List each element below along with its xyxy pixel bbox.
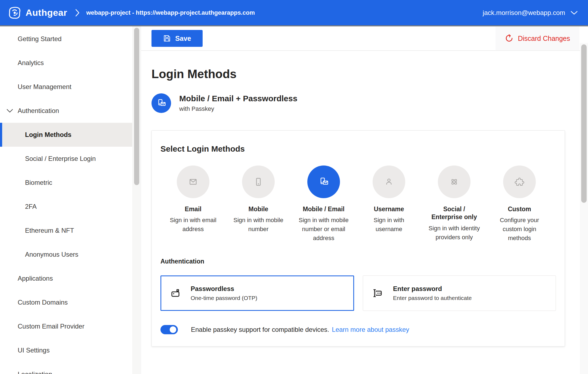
option-name: Email (185, 205, 201, 213)
passkey-setting-row: Enable passkey support for compatible de… (160, 325, 556, 334)
passkey-toggle[interactable] (160, 325, 178, 334)
passkey-toggle-label: Enable passkey support for compatible de… (191, 326, 329, 333)
sidebar-item-social-enterprise-login[interactable]: Social / Enterprise Login (0, 147, 132, 171)
sidebar-item-2fa[interactable]: 2FA (0, 195, 132, 219)
sidebar-item-authentication[interactable]: Authentication (0, 99, 132, 123)
main-scrollbar-track (580, 43, 588, 374)
command-bar: Save Discard Changes (141, 26, 580, 51)
save-button-label: Save (175, 35, 191, 42)
sidebar-item-label: Authentication (18, 107, 59, 115)
option-description: Sign in with username (363, 216, 415, 234)
sidebar-item-label: Anonymous Users (25, 251, 78, 258)
sidebar-item-label: Custom Email Provider (18, 323, 84, 330)
mobile-email-icon (151, 93, 171, 113)
account-email: jack.morrison@webapp.com (483, 9, 565, 17)
person-icon (373, 165, 405, 198)
sidebar-scrollbar-track (132, 26, 141, 374)
sidebar-item-localization[interactable]: Localization (0, 362, 132, 374)
breadcrumb[interactable]: webapp-project - https://webapp-project.… (86, 9, 255, 16)
login-methods-card: Select Login Methods Email Sign in with … (151, 130, 565, 347)
sidebar-item-label: 2FA (25, 203, 37, 210)
page-title: Login Methods (151, 67, 565, 81)
option-description: Sign in with identity providers only (428, 224, 480, 242)
login-method-options: Email Sign in with email address Mobile … (160, 165, 556, 243)
sidebar-item-getting-started[interactable]: Getting Started (0, 27, 132, 51)
sidebar-item-applications[interactable]: Applications (0, 266, 132, 290)
floppy-disk-icon (163, 34, 171, 42)
app-window: Authgear webapp-project - https://webapp… (0, 0, 588, 374)
sidebar-item-label: User Management (18, 83, 71, 91)
auth-option-passwordless[interactable]: Passwordless One-time password (OTP) (160, 275, 354, 311)
discard-button-label: Discard Changes (518, 35, 570, 42)
auth-option-enter-password[interactable]: Enter password Enter password to authent… (363, 275, 556, 311)
option-name: Username (374, 205, 404, 213)
sidebar-item-biometric[interactable]: Biometric (0, 171, 132, 195)
option-custom[interactable]: Custom Configure your custom login metho… (487, 165, 552, 243)
option-description: Configure your custom login methods (493, 216, 546, 243)
sidebar-item-label: Localization (18, 370, 52, 374)
top-header-bar: Authgear webapp-project - https://webapp… (0, 0, 588, 25)
brand-name: Authgear (26, 7, 67, 18)
sidebar-item-custom-email-provider[interactable]: Custom Email Provider (0, 314, 132, 338)
sidebar-item-custom-domains[interactable]: Custom Domains (0, 290, 132, 314)
brand-logo[interactable]: Authgear (8, 6, 67, 19)
auth-option-text: Enter password Enter password to authent… (393, 285, 472, 301)
main-area: Save Discard Changes Login Methods (141, 26, 588, 374)
email-icon (177, 165, 209, 198)
page-content: Login Methods Mobile / Email + Passwordl… (151, 51, 565, 347)
otp-mailbox-icon (170, 287, 182, 299)
chevron-down-icon (6, 108, 14, 113)
auth-option-description: One-time password (OTP) (191, 295, 257, 301)
current-method-text: Mobile / Email + Passwordless with Passk… (179, 94, 297, 112)
mobile-icon (242, 165, 275, 198)
option-name: Social / Enterprise only (431, 205, 478, 221)
option-description: Sign in with mobile number or email addr… (298, 216, 350, 243)
sidebar-item-anonymous-users[interactable]: Anonymous Users (0, 243, 132, 266)
select-login-methods-heading: Select Login Methods (160, 144, 556, 154)
option-mobile[interactable]: Mobile Sign in with mobile number (226, 165, 291, 243)
option-username[interactable]: Username Sign in with username (356, 165, 422, 243)
current-method-summary: Mobile / Email + Passwordless with Passk… (151, 93, 565, 113)
toggle-knob (170, 326, 176, 333)
main-scrollbar-thumb[interactable] (581, 44, 587, 203)
sidebar-item-label: UI Settings (18, 347, 49, 354)
sidebar-item-label: Social / Enterprise Login (25, 155, 96, 163)
passkey-learn-more-link[interactable]: Learn more about passkey (332, 326, 409, 333)
puzzle-icon (503, 165, 536, 198)
mobile-email-icon (307, 165, 340, 198)
sidebar-nav: Getting Started Analytics User Managemen… (0, 26, 132, 374)
sidebar-item-analytics[interactable]: Analytics (0, 51, 132, 75)
auth-option-description: Enter password to authenticate (393, 295, 472, 301)
option-description: Sign in with email address (167, 216, 219, 234)
option-description: Sign in with mobile number (232, 216, 284, 234)
sidebar-scrollbar-thumb[interactable] (134, 28, 139, 185)
sidebar-item-label: Custom Domains (18, 299, 68, 306)
current-method-title: Mobile / Email + Passwordless (179, 94, 297, 103)
sidebar-item-label: Analytics (18, 59, 44, 67)
sidebar-item-login-methods[interactable]: Login Methods (0, 123, 132, 147)
option-name: Mobile (249, 205, 268, 213)
auth-option-text: Passwordless One-time password (OTP) (191, 285, 257, 301)
sidebar-item-label: Biometric (25, 179, 52, 186)
sidebar-item-ui-settings[interactable]: UI Settings (0, 338, 132, 362)
sidebar-item-label: Getting Started (18, 35, 61, 43)
authentication-options: Passwordless One-time password (OTP) (160, 275, 556, 311)
identity-providers-icon (438, 165, 471, 198)
auth-option-title: Enter password (393, 285, 472, 293)
account-menu[interactable]: jack.morrison@webapp.com (483, 9, 578, 17)
authgear-logo-icon (8, 6, 21, 19)
discard-changes-button[interactable]: Discard Changes (496, 27, 579, 50)
sidebar-item-ethereum-nft[interactable]: Ethereum & NFT (0, 219, 132, 243)
option-social-enterprise[interactable]: Social / Enterprise only Sign in with id… (422, 165, 487, 243)
sidebar-item-label: Ethereum & NFT (25, 227, 74, 234)
breadcrumb-chevron-icon (74, 8, 80, 17)
password-input-icon (372, 287, 384, 299)
option-mobile-email[interactable]: Mobile / Email Sign in with mobile numbe… (291, 165, 356, 243)
save-button[interactable]: Save (151, 30, 203, 47)
reset-arrow-icon (505, 34, 513, 43)
sidebar-item-user-management[interactable]: User Management (0, 75, 132, 99)
option-name: Custom (508, 205, 531, 213)
sidebar-item-label: Applications (18, 275, 53, 282)
current-method-subtitle: with Passkey (179, 105, 297, 112)
option-email[interactable]: Email Sign in with email address (160, 165, 226, 243)
